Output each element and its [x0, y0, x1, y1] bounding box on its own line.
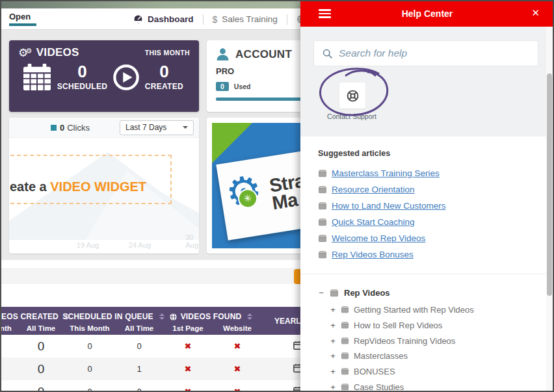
expand-icon[interactable]: +: [330, 367, 336, 376]
cell-scheduled-all-time: 0: [117, 387, 161, 392]
account-card-title: ACCOUNT: [235, 48, 292, 61]
column-label: VIDEOS FOUND: [181, 312, 242, 321]
life-ring-icon: [346, 89, 360, 103]
expand-icon[interactable]: +: [330, 351, 336, 361]
scheduled-stat: 0 SCHEDULED: [57, 63, 107, 91]
used-label: Used: [234, 83, 251, 90]
open-tab-label: Open: [9, 12, 31, 21]
scrollbar-thumb[interactable]: [547, 73, 552, 296]
cell-scheduled-this-month: 0: [62, 341, 117, 351]
globe-icon: [169, 313, 178, 321]
article-box-icon: [318, 186, 327, 194]
cell-first-page-x: ✖: [161, 387, 215, 392]
menu-icon[interactable]: [319, 9, 331, 20]
article-box-icon: [341, 322, 349, 329]
help-center-title: Help Center: [402, 8, 453, 19]
tree-node[interactable]: + Case Studies: [330, 379, 474, 392]
expand-icon[interactable]: +: [330, 305, 336, 315]
clicks-legend: 0 Clicks: [51, 123, 90, 133]
subcolumn-all-time: All Time: [20, 324, 62, 332]
tree-node[interactable]: + Getting Started with Rep Videos: [330, 302, 474, 318]
cta-highlight: VIDEO WIDGET: [50, 179, 146, 194]
nav-item-sales-training[interactable]: $ Sales Training: [213, 14, 278, 25]
app-window: Open Dashboard $ Sales Training: [0, 0, 554, 392]
tree-node[interactable]: + RepVideos Training Videos: [330, 333, 474, 348]
clicks-count: 0: [60, 123, 64, 133]
date-range-dropdown[interactable]: Last 7 Days: [120, 120, 194, 135]
tree-node-label: How to Sell Rep Videos: [354, 320, 442, 330]
expand-icon[interactable]: +: [330, 336, 336, 346]
nav-separator: [287, 14, 287, 25]
cta-prefix: eate a: [10, 179, 50, 194]
column-videos-created[interactable]: EOS CREATED: [0, 312, 62, 321]
article-box-icon: [341, 337, 349, 345]
banner-corner-shape: [212, 123, 252, 163]
main-nav: Dashboard $ Sales Training He: [133, 8, 322, 30]
nav-label: Dashboard: [148, 14, 194, 24]
subcolumn-first-page: 1st Page: [161, 324, 215, 332]
tree-node[interactable]: + Masterclasses: [330, 348, 474, 364]
article-link[interactable]: Resource Orientation: [318, 181, 446, 198]
cell-website-x: ✖: [215, 364, 260, 374]
clicks-chart-plot: eate a VIDEO WIDGET 19 Aug 24 Aug 30 Aug: [9, 138, 199, 253]
x-axis-tick: 30 Aug: [185, 233, 198, 249]
videos-stats-card: ⚙⚙ VIDEOS THIS MONTH 0 SCHEDULED: [9, 40, 199, 112]
created-stat: 0 CREATED: [145, 63, 183, 91]
article-link-label: Rep Videos Bonuses: [332, 250, 414, 259]
article-link[interactable]: Rep Videos Bonuses: [318, 246, 446, 263]
cell-first-page-x: ✖: [161, 341, 215, 351]
used-count-badge: 0: [216, 82, 229, 91]
calendar-icon: [22, 64, 52, 91]
article-link[interactable]: How to Land New Customers: [318, 198, 446, 214]
article-link-label: Welcome to Rep Videos: [332, 233, 425, 243]
article-box-icon: [341, 368, 349, 375]
article-link-label: Resource Orientation: [332, 185, 415, 194]
cell-scheduled-this-month: 0: [62, 387, 117, 392]
open-tab[interactable]: Open: [9, 12, 36, 26]
subcolumn-website: Website: [215, 324, 260, 332]
tree-node-rep-videos[interactable]: − Rep Videos: [318, 288, 390, 298]
suggested-articles-heading: Suggested articles: [318, 149, 390, 158]
nav-separator: [203, 14, 204, 25]
article-box-icon: [341, 384, 349, 391]
close-icon[interactable]: ✕: [531, 7, 540, 19]
tree-node-label: Rep Videos: [344, 288, 390, 298]
cell-created-all-time: 0: [20, 339, 62, 354]
created-value: 0: [145, 63, 183, 80]
expand-icon[interactable]: +: [330, 382, 336, 392]
tree-node-label: Masterclasses: [354, 351, 408, 361]
article-link[interactable]: Quick Start Coaching: [318, 214, 446, 230]
column-videos-found[interactable]: VIDEOS FOUND: [161, 312, 260, 321]
video-widget-cta[interactable]: eate a VIDEO WIDGET: [10, 179, 146, 194]
search-input[interactable]: [339, 47, 530, 59]
videos-card-title: VIDEOS: [36, 46, 79, 59]
expand-icon[interactable]: +: [330, 320, 336, 330]
nav-item-dashboard[interactable]: Dashboard: [133, 14, 194, 24]
article-box-icon: [318, 235, 327, 242]
tree-node[interactable]: + How to Sell Rep Videos: [330, 318, 474, 333]
open-tab-underline: [9, 23, 36, 26]
scheduled-value: 0: [57, 63, 107, 80]
tree-node-label: RepVideos Training Videos: [354, 336, 455, 346]
gear-bulb-logo-icon: ⚙ ✳: [225, 175, 270, 222]
clicks-label: Clicks: [67, 123, 90, 133]
article-box-icon: [318, 170, 327, 177]
column-scheduled-in-queue[interactable]: SCHEDULED IN QUEUE: [62, 312, 161, 321]
scheduled-label: SCHEDULED: [57, 82, 107, 91]
tree-node-label: Getting Started with Rep Videos: [354, 305, 474, 315]
collapse-icon[interactable]: −: [318, 288, 324, 298]
article-link[interactable]: Masterclass Training Series: [318, 165, 446, 181]
article-link[interactable]: Welcome to Rep Videos: [318, 230, 446, 246]
article-link-label: Quick Start Coaching: [332, 217, 415, 227]
contact-support-label: Contact Support: [324, 112, 380, 120]
dashboard-icon: [133, 14, 143, 24]
created-label: CREATED: [145, 82, 183, 91]
dollar-icon: $: [213, 14, 218, 25]
subcolumn-this-month: This Month: [62, 324, 117, 332]
tree-node[interactable]: + BONUSES: [330, 364, 474, 380]
contact-support-tile[interactable]: [339, 83, 365, 109]
help-center-header: Help Center ✕: [300, 0, 554, 27]
cell-scheduled-all-time: 1: [117, 364, 161, 374]
search-icon: [322, 48, 333, 59]
tree-children: + Getting Started with Rep Videos + How …: [330, 302, 474, 392]
